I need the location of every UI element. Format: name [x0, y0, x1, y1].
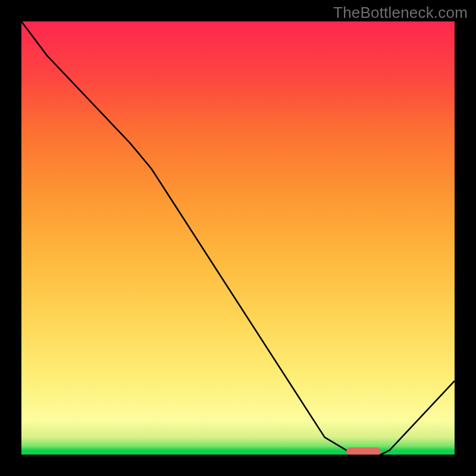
optimal-range-marker	[346, 447, 381, 456]
watermark-text: TheBottleneck.com	[333, 4, 468, 22]
gradient-plot-background	[21, 21, 455, 455]
